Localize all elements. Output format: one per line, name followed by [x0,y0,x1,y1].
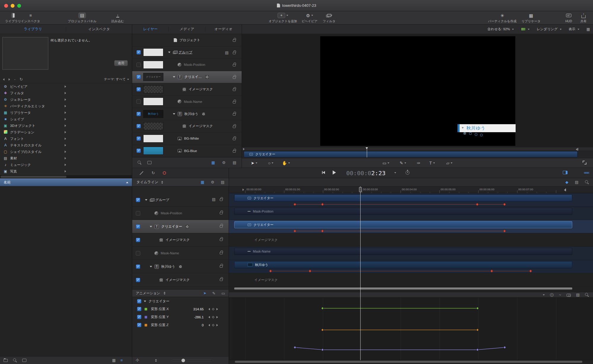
parameter-value[interactable]: -286.1 [184,315,204,319]
library-category-music[interactable]: ♪ミュージック [0,162,132,168]
library-category-behaviors[interactable]: ⚙ビヘイビア [0,83,132,90]
layer-activation-checkbox[interactable]: ✓ [136,198,140,202]
tab-library[interactable]: ライブラリ [0,27,66,32]
share-button[interactable]: 共有 [577,12,590,23]
zoom-slider-knob[interactable] [181,359,185,362]
library-category-shapes[interactable]: ■シェイプ [0,116,132,122]
forward-icon[interactable] [9,78,10,81]
paint-tool[interactable]: ✑ [417,161,420,165]
library-category-particle-emitters[interactable]: ✳パーティクルエミッタ [0,103,132,109]
curve-menu-icon[interactable] [543,294,545,296]
project-row[interactable]: プロジェクト [132,34,242,47]
timecode-display[interactable]: 00:00:02:23 [342,170,390,177]
transform-handle[interactable] [475,133,477,136]
make-particles-button[interactable]: ✳ パーティクルを作成 [489,12,516,23]
pen-icon[interactable]: ✎ [212,291,216,295]
track-row[interactable]: クリエイター [229,193,593,207]
disclosure-triangle[interactable] [173,76,175,78]
track-row[interactable]: イメージマスク [229,233,593,247]
track-bar[interactable]: Mask-Position [234,208,572,215]
play-range-start-marker[interactable] [243,148,245,150]
lock-icon[interactable] [220,265,223,268]
settings-icon[interactable]: ⚙ [211,180,214,184]
timeline-layer-row[interactable]: Mask-Position [132,207,229,220]
previous-keyframe-icon[interactable] [208,316,210,318]
close-window-button[interactable] [4,4,8,8]
transform-handle[interactable] [480,134,483,136]
parameter-value[interactable]: 314.65 [184,307,204,311]
position-x-keyframe[interactable] [476,307,479,309]
lock-icon[interactable] [233,76,236,79]
library-category-filters[interactable]: ❖フィルタ [0,90,132,96]
layer-activation-checkbox[interactable]: ✓ [136,75,141,79]
layer-row[interactable]: Mask-Name [132,96,242,108]
timeline-layer-row[interactable]: ✓Tクリエイター [132,220,229,233]
timing-pane-toggle-icon[interactable] [563,171,568,174]
text-tool[interactable]: T [429,161,435,165]
snapshot-camera-icon[interactable] [567,294,571,297]
layer-activation-checkbox[interactable] [136,211,140,215]
adjust-tool[interactable]: ○ [268,161,273,165]
track-bar[interactable]: クリエイター [234,194,572,202]
mini-playhead-line[interactable] [367,147,367,157]
layer-activation-checkbox[interactable]: ✓ [136,264,140,269]
lower-third-text[interactable]: 秋川ゆう [466,125,486,131]
clear-curves-icon[interactable]: × [550,293,554,297]
keyframe-diamond[interactable] [269,270,272,273]
audio-icon[interactable] [573,171,578,174]
position-y-curve[interactable] [295,347,505,350]
keyframe-diamond[interactable] [308,270,311,273]
disclosure-triangle[interactable] [145,199,147,201]
layer-activation-checkbox[interactable]: ✓ [136,112,141,116]
track-row[interactable]: イメージマスク [229,273,593,287]
refresh-icon[interactable]: ↻ [20,77,23,82]
layer-row[interactable]: ✓イメージマスク [132,83,242,96]
curves-icon[interactable]: ~ [559,293,561,297]
animation-parameter-row[interactable]: ✓変形.位置.Z0 [132,321,229,329]
name-column-header[interactable]: 名前 [0,178,132,186]
animation-group-row[interactable]: ✓クリエイター [132,297,229,305]
lock-icon[interactable] [233,101,236,103]
horizontal-scrollbar[interactable] [235,361,582,363]
audio-mute-icon[interactable] [139,171,144,175]
layers-stack-icon[interactable]: ▤ [233,161,236,165]
parameter-checkbox[interactable]: ✓ [137,315,141,319]
keyframe-editor[interactable] [229,298,593,360]
previous-keyframe-icon[interactable] [208,324,210,326]
library-category-fonts[interactable]: Aフォント [0,135,132,142]
track-row[interactable]: Mask-Name [229,247,593,260]
loop-icon[interactable]: ↻ [152,171,155,175]
stopwatch-icon[interactable] [406,171,409,175]
add-keyframe-icon[interactable] [212,316,214,318]
playhead[interactable] [360,186,361,360]
replicator-button[interactable]: ▦ リプリケータ [519,12,543,23]
lock-icon[interactable] [220,225,223,228]
lock-icon[interactable] [233,89,236,91]
tab-inspector[interactable]: インスペクタ [66,27,132,32]
list-view-toggle[interactable]: ≡ [120,358,123,362]
record-icon[interactable] [163,171,166,175]
zoom-window-button[interactable] [17,4,21,8]
fullscreen-icon[interactable] [583,161,586,165]
track-row[interactable]: クリエイター [229,220,593,233]
sort-stepper-icon[interactable] [161,181,163,184]
film-icon[interactable]: ▤ [576,293,580,297]
view-menu[interactable]: 表示 [569,27,576,31]
timeline-arrows-icon[interactable]: ««« [584,170,589,175]
timeline-layer-row[interactable]: ✓イメージマスク [132,273,229,287]
size-stepper-icon[interactable] [155,359,157,362]
next-keyframe-icon[interactable] [216,324,218,326]
add-keyframe-icon[interactable] [212,324,214,326]
library-category-materials[interactable]: ▤素材 [0,155,132,162]
track-bar[interactable]: Mask-Name [234,248,572,255]
disclosure-triangle[interactable] [168,52,170,53]
media-badge-icon[interactable]: ▤ [212,197,216,201]
layer-activation-checkbox[interactable] [136,63,141,67]
timeline-layer-row[interactable]: ✓T秋川ゆう [132,260,229,273]
timeline-layer-row[interactable]: ✓グループ▤ [132,193,229,207]
grid-view-icon[interactable]: ▦ [201,180,204,184]
lock-icon[interactable] [233,150,236,153]
layer-row[interactable]: ✓クリエイターTクリエイ… [132,71,242,84]
select-tool[interactable]: ➤ [251,161,257,165]
frame-icon[interactable] [147,161,152,164]
